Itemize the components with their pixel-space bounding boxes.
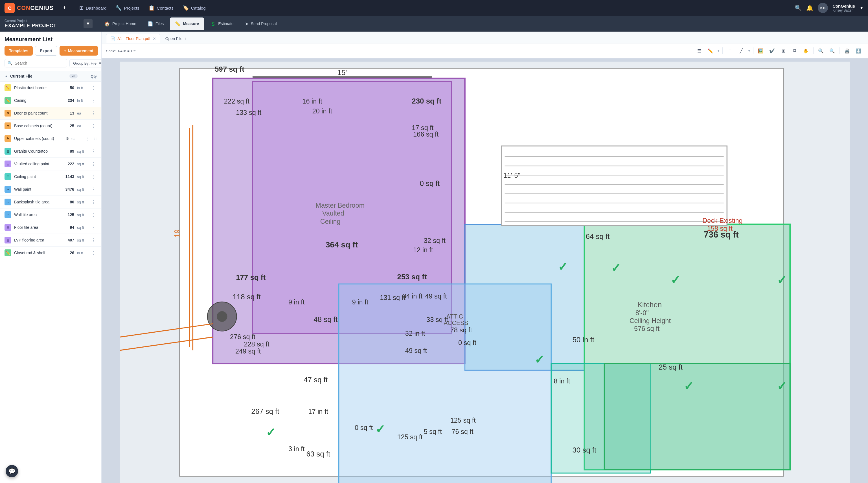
svg-text:177 sq ft: 177 sq ft <box>236 273 266 281</box>
svg-text:✓: ✓ <box>777 273 787 287</box>
item-icon: ⊞ <box>4 148 11 155</box>
item-menu-icon[interactable]: ⋮ <box>90 237 97 244</box>
svg-text:✓: ✓ <box>611 261 621 275</box>
list-item[interactable]: ✏️ Closet rod & shelf 26 ln ft ⋮ <box>0 247 101 259</box>
item-menu-icon[interactable]: ⋮ <box>90 148 97 155</box>
svg-text:230 sq ft: 230 sq ft <box>412 97 441 105</box>
list-item[interactable]: ↔ Backsplash tile area 80 sq ft ⋮ <box>0 196 101 208</box>
pen-dropdown-icon[interactable]: ▼ <box>717 49 720 53</box>
list-item[interactable]: ⊞ LVP flooring area 407 sq ft ⋮ <box>0 234 101 247</box>
pen-tool-button[interactable]: ✏️ <box>706 46 716 56</box>
dashboard-icon: ⊞ <box>79 5 84 11</box>
image-tool-button[interactable]: 🖼️ <box>756 46 766 56</box>
svg-text:Kitchen: Kitchen <box>638 301 662 309</box>
close-tab-icon[interactable]: ✕ <box>153 36 156 41</box>
nav-contacts[interactable]: 📋 Contacts <box>145 3 178 13</box>
item-menu-icon[interactable]: ⋮ <box>90 199 97 205</box>
file-tab-active[interactable]: 📄 A1 - Floor Plan.pdf ✕ <box>106 34 160 43</box>
main-layout: Measurement List Templates Export + Meas… <box>0 32 868 483</box>
line-dropdown-icon[interactable]: ▼ <box>747 49 751 53</box>
svg-text:131 sq ft: 131 sq ft <box>380 294 405 301</box>
avatar[interactable]: KB <box>818 3 828 13</box>
item-icon: ⊞ <box>4 161 11 167</box>
list-item[interactable]: ⊞ Granite Countertop 89 sq ft ⋮ <box>0 145 101 158</box>
project-tabs: 🏠 Project Home 📄 Files 📏 Measure 💲 Estim… <box>99 18 864 30</box>
stamp-tool-button[interactable]: ✔️ <box>767 46 777 56</box>
line-tool-button[interactable]: ╱ <box>736 46 746 56</box>
svg-text:30 sq ft: 30 sq ft <box>572 446 596 454</box>
svg-text:Ceiling: Ceiling <box>320 218 341 225</box>
item-menu-icon[interactable]: ⋮ <box>90 224 97 231</box>
item-menu-icon[interactable]: ⋮ <box>90 250 97 256</box>
project-dropdown-button[interactable]: ▼ <box>84 19 93 28</box>
logo[interactable]: C CONGENIUS <box>4 3 54 13</box>
notification-bell[interactable]: 🔔 <box>806 4 813 11</box>
list-item[interactable]: ⊞ Ceiling paint 1143 sq ft ⋮ <box>0 170 101 183</box>
tab-measure[interactable]: 📏 Measure <box>170 18 204 30</box>
list-item[interactable]: ⊞ Floor tile area 94 sq ft ⋮ <box>0 221 101 234</box>
text-tool-button[interactable]: ☰ <box>694 46 704 56</box>
pan-tool-button[interactable]: ✋ <box>801 46 811 56</box>
svg-text:49 sq ft: 49 sq ft <box>405 347 427 354</box>
item-menu-icon[interactable]: ⋮ <box>84 135 91 142</box>
list-item-door-to-paint[interactable]: ⚑ Door to paint count 13 ea ⋮ <box>0 107 101 120</box>
svg-text:✓: ✓ <box>777 380 787 393</box>
download-button[interactable]: ⬇️ <box>853 46 864 56</box>
item-menu-icon[interactable]: ⋮ <box>90 85 97 91</box>
item-menu-icon[interactable]: ⋮ <box>90 161 97 167</box>
item-menu-icon[interactable]: ⋮ <box>90 186 97 193</box>
svg-text:253 sq ft: 253 sq ft <box>397 273 427 281</box>
tab-estimate[interactable]: 💲 Estimate <box>205 18 239 30</box>
svg-text:16 in ft: 16 in ft <box>302 98 322 105</box>
nav-catalog[interactable]: 🏷️ Catalog <box>179 3 210 13</box>
zoom-in-button[interactable]: 🔍 <box>827 46 837 56</box>
current-file-header[interactable]: ▲ Current File 28 Qty <box>0 71 101 82</box>
print-button[interactable]: 🖨️ <box>842 46 852 56</box>
list-item[interactable]: ✏️ Casing 234 ln ft ⋮ <box>0 94 101 107</box>
list-item[interactable]: ↔ Wall tile area 125 sq ft ⋮ <box>0 208 101 221</box>
export-button[interactable]: Export <box>35 46 57 56</box>
drag-handle-icon[interactable]: ⠿ <box>94 136 97 141</box>
zoom-out-button[interactable]: 🔍 <box>816 46 826 56</box>
list-item[interactable]: ⚑ Upper cabinets (count) 5 ea ⋮ ⠿ <box>0 132 101 145</box>
user-info[interactable]: ConGenius Kinsey Batten <box>832 4 855 12</box>
svg-text:ACCESS: ACCESS <box>443 320 468 326</box>
item-menu-icon[interactable]: ⋮ <box>90 212 97 218</box>
svg-text:63 sq ft: 63 sq ft <box>306 450 330 458</box>
expand-icon: ▲ <box>4 74 8 78</box>
item-menu-icon[interactable]: ⋮ <box>90 123 97 129</box>
text-measure-button[interactable]: T <box>725 46 735 56</box>
search-input[interactable] <box>15 61 64 65</box>
grid-tool-button[interactable]: ⊞ <box>778 46 788 56</box>
tab-files[interactable]: 📄 Files <box>143 18 169 30</box>
add-button[interactable]: + <box>60 3 69 13</box>
list-item[interactable]: ✏️ Plastic dust barrier 50 ln ft ⋮ <box>0 82 101 94</box>
item-menu-icon[interactable]: ⋮ <box>90 97 97 104</box>
add-measurement-button[interactable]: + Measurement <box>60 46 98 56</box>
tab-send-proposal[interactable]: ➤ Send Proposal <box>240 18 282 30</box>
open-file-button[interactable]: Open File + <box>161 34 190 43</box>
estimate-icon: 💲 <box>210 21 216 27</box>
copy-tool-button[interactable]: ⧉ <box>789 46 800 56</box>
nav-dashboard[interactable]: ⊞ Dashboard <box>75 3 110 13</box>
svg-text:597 sq ft: 597 sq ft <box>215 65 244 73</box>
user-dropdown-icon[interactable]: ▼ <box>860 6 864 10</box>
templates-button[interactable]: Templates <box>4 46 33 56</box>
nav-projects[interactable]: 🔧 Projects <box>112 3 143 13</box>
item-icon: ✏️ <box>4 97 11 104</box>
canvas-area[interactable]: 15' 597 sq ft 222 sq ft 133 sq ft 16 in … <box>101 58 868 483</box>
groupby-button[interactable]: Group By: File ▼ <box>69 59 101 67</box>
item-icon: ↔ <box>4 186 11 193</box>
item-icon: ↔ <box>4 199 11 205</box>
list-item[interactable]: ↔ Wall paint 3476 sq ft ⋮ <box>0 183 101 196</box>
tab-project-home[interactable]: 🏠 Project Home <box>99 18 142 30</box>
chat-bubble-button[interactable]: 💬 <box>6 465 18 477</box>
list-item[interactable]: ⚑ Base cabinets (count) 25 ea ⋮ <box>0 120 101 132</box>
item-menu-icon[interactable]: ⋮ <box>90 110 97 117</box>
svg-text:3 in ft: 3 in ft <box>288 445 305 453</box>
svg-text:118 sq ft: 118 sq ft <box>232 293 260 301</box>
list-item[interactable]: ⊞ Vaulted ceiling paint 222 sq ft ⋮ <box>0 158 101 170</box>
search-icon[interactable]: 🔍 <box>795 4 802 11</box>
item-menu-icon[interactable]: ⋮ <box>90 173 97 180</box>
logo-icon: C <box>4 3 15 13</box>
